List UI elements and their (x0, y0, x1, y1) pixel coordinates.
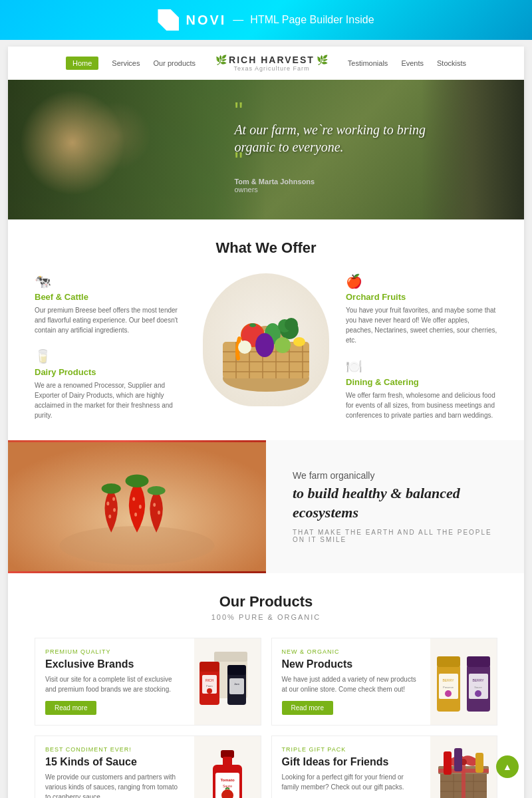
svg-point-29 (126, 475, 149, 487)
svg-point-20 (275, 337, 291, 353)
product-card-exclusive: Premium Quality Exclusive Brands Visit o… (35, 638, 261, 726)
jars-svg-exclusive: RICH Farm Jam (194, 642, 261, 722)
product-card-sauce: Best Condiment Ever! 15 Kinds of Sauce W… (35, 735, 261, 798)
dairy-title: Dairy Products (35, 367, 186, 377)
card-sauce-text: We provide our customers and partners wi… (45, 772, 184, 798)
svg-point-43 (207, 688, 212, 694)
hero-quote-text: At our farm, we`re working to bring orga… (234, 121, 427, 156)
offer-basket-image (200, 273, 332, 406)
beef-text: Our premium Breese beef offers the most … (35, 305, 186, 335)
svg-rect-37 (214, 652, 247, 662)
hero-section: " At our farm, we`re working to bring or… (8, 80, 524, 219)
svg-point-18 (255, 333, 274, 357)
navbar: Home Services Our products 🌿 RICH HARVES… (8, 47, 524, 80)
nav-our-products[interactable]: Our products (153, 59, 196, 67)
novi-logo-icon (158, 9, 179, 31)
svg-point-34 (153, 503, 156, 507)
top-banner: NOVI — HTML Page Builder Inside (0, 0, 532, 40)
milk-icon: 🥛 (35, 348, 186, 364)
svg-point-31 (139, 505, 142, 509)
svg-rect-46 (229, 678, 244, 694)
card-new-badge: New & Organic (282, 648, 421, 655)
offer-grid: 🐄 Beef & Cattle Our premium Breese beef … (35, 273, 497, 420)
offer-item-beef: 🐄 Beef & Cattle Our premium Breese beef … (35, 273, 186, 335)
card-new-title: New Products (282, 658, 421, 670)
quote-mark-close: " (234, 156, 243, 168)
organic-subtitle: We farm organically (293, 470, 497, 481)
quote-mark-open: " (234, 106, 427, 118)
svg-text:Preserve: Preserve (443, 686, 454, 689)
nav-testimonials[interactable]: Testimonials (348, 59, 388, 67)
card-sauce-badge: Best Condiment Ever! (45, 746, 184, 753)
products-section: Our Products 100% PURE & ORGANIC Premium… (8, 573, 524, 798)
svg-point-21 (293, 337, 305, 346)
svg-point-33 (148, 486, 166, 495)
card-gift-content: Triple Gift Pack Gift Ideas for Friends … (272, 736, 431, 798)
products-header: Our Products 100% PURE & ORGANIC (35, 593, 497, 621)
apple-icon: 🍎 (346, 273, 497, 289)
main-wrapper: Home Services Our products 🌿 RICH HARVES… (8, 47, 524, 798)
card-new-read-more[interactable]: Read more (282, 701, 333, 715)
svg-point-28 (112, 497, 115, 501)
svg-rect-49 (437, 656, 460, 667)
card-exclusive-read-more[interactable]: Read more (45, 701, 96, 715)
card-gift-badge: Triple Gift Pack (282, 746, 421, 753)
svg-point-59 (475, 690, 481, 697)
card-new-text: We have just added a variety of new prod… (282, 674, 421, 694)
svg-rect-80 (454, 748, 462, 771)
svg-point-24 (102, 483, 121, 494)
banner-separator: — (233, 14, 243, 26)
svg-point-32 (134, 513, 137, 517)
brand-logo-icon-area: 🌿 RICH HARVEST 🌿 (215, 55, 328, 65)
vegetable-basket (203, 273, 329, 406)
brand-logo: 🌿 RICH HARVEST 🌿 Texas Agriculture Farm (215, 55, 328, 72)
svg-text:BERRY: BERRY (442, 678, 454, 682)
organic-title: to build healthy & balanced ecosystems (293, 484, 497, 522)
card-gift-text: Looking for a perfect gift for your frie… (282, 772, 421, 792)
card-exclusive-badge: Premium Quality (45, 648, 184, 655)
svg-point-27 (108, 515, 111, 519)
svg-point-25 (106, 501, 109, 505)
hero-attribution-role: owners (234, 186, 257, 194)
brand-tagline: Texas Agriculture Farm (233, 65, 309, 72)
orchard-text: You have your fruit favorites, and maybe… (346, 305, 497, 345)
card-exclusive-content: Premium Quality Exclusive Brands Visit o… (35, 638, 194, 725)
banner-title: NOVI (186, 13, 226, 28)
card-exclusive-title: Exclusive Brands (45, 658, 184, 670)
offer-col-right: 🍎 Orchard Fruits You have your fruit fav… (346, 273, 497, 420)
svg-point-35 (158, 511, 160, 515)
strawberry-image (8, 440, 266, 573)
svg-text:RICH: RICH (205, 678, 213, 682)
nav-events[interactable]: Events (401, 59, 424, 67)
card-new-content: New & Organic New Products We have just … (272, 638, 431, 725)
product-card-new: New & Organic New Products We have just … (271, 638, 498, 726)
svg-rect-39 (200, 662, 219, 672)
organic-section: We farm organically to build healthy & b… (8, 440, 524, 573)
sauce-image: Tomato Sauce (194, 736, 261, 798)
svg-rect-55 (467, 656, 490, 667)
what-we-offer-section: What We Offer 🐄 Beef & Cattle Our premiu… (8, 219, 524, 440)
nav-stockists[interactable]: Stockists (437, 59, 466, 67)
svg-text:Tomato: Tomato (220, 778, 235, 782)
svg-point-13 (249, 323, 256, 327)
svg-point-17 (285, 318, 298, 331)
svg-text:Jam: Jam (234, 682, 239, 686)
strawberry-svg (8, 440, 266, 573)
scroll-to-top-button[interactable]: ▲ (496, 755, 519, 778)
orchard-title: Orchard Fruits (346, 292, 497, 302)
svg-rect-81 (475, 753, 483, 773)
svg-point-19 (238, 340, 251, 354)
product-card-gift: Triple Gift Pack Gift Ideas for Friends … (271, 735, 498, 798)
nav-services[interactable]: Services (112, 59, 140, 67)
card-sauce-title: 15 Kinds of Sauce (45, 755, 184, 768)
dining-text: We offer farm fresh, wholesome and delic… (346, 390, 497, 420)
svg-point-30 (132, 497, 135, 501)
svg-point-26 (113, 508, 116, 512)
banner-subtitle: HTML Page Builder Inside (250, 14, 374, 26)
hero-attribution: Tom & Marta Johnsons owners (234, 178, 427, 194)
leaf-left-icon: 🌿 (215, 55, 227, 65)
nav-home[interactable]: Home (66, 57, 98, 70)
gift-svg (430, 745, 497, 798)
jars-svg-new: BERRY Preserve BERRY Sauce (430, 642, 497, 722)
what-we-offer-title: What We Offer (35, 239, 497, 257)
